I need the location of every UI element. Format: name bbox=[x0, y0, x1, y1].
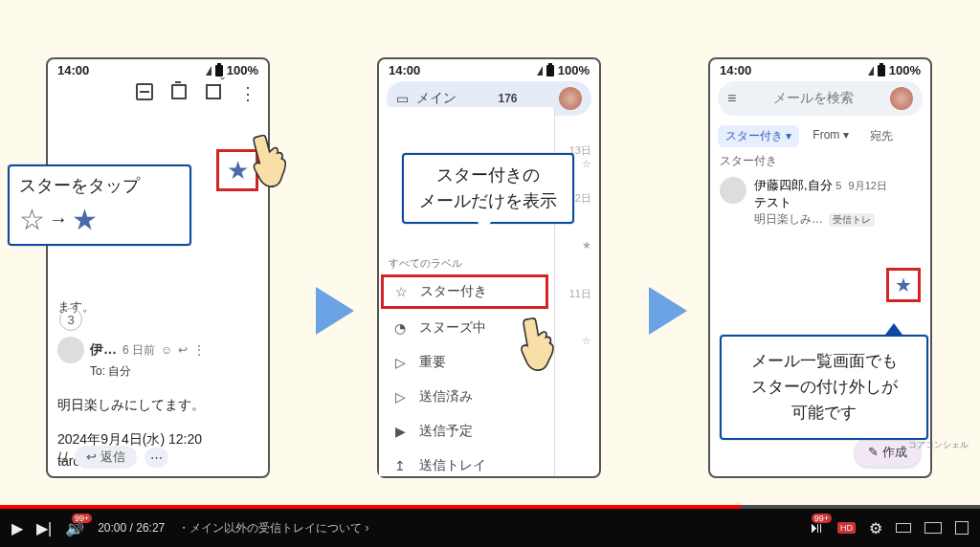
profile-avatar[interactable] bbox=[890, 87, 913, 110]
scheduled-icon: ▶ bbox=[392, 424, 408, 439]
drawer-item-outbox[interactable]: ↥送信トレイ bbox=[379, 449, 554, 483]
drawer-item-scheduled[interactable]: ▶送信予定 bbox=[379, 414, 554, 449]
search-bar[interactable]: ≡ メールを検索 bbox=[718, 81, 923, 116]
status-battery: 100% bbox=[227, 63, 258, 77]
search-placeholder: メールを検索 bbox=[773, 90, 854, 107]
important-icon: ▷ bbox=[392, 355, 408, 370]
hamburger-icon[interactable]: ≡ bbox=[727, 90, 736, 107]
attachment-icon[interactable]: 𝘜 bbox=[57, 449, 67, 466]
next-button[interactable]: ▶| bbox=[36, 519, 52, 537]
autoplay-toggle[interactable]: ⏯99+ bbox=[809, 519, 824, 536]
chapter-title[interactable]: ・メイン以外の受信トレイについて bbox=[178, 521, 362, 535]
item-date: 9月12日 bbox=[849, 180, 887, 191]
email-list-item[interactable]: 伊藤四郎,自分 5 9月12日 テスト 明日楽しみ…受信トレ bbox=[710, 173, 930, 231]
avatar bbox=[720, 177, 746, 204]
next-arrow-icon bbox=[649, 287, 687, 335]
star-outline-icon: ☆ bbox=[393, 284, 409, 299]
thread-count-badge: 3 bbox=[59, 308, 82, 331]
star-icon: ★ bbox=[227, 156, 249, 186]
fullscreen-icon[interactable] bbox=[955, 521, 969, 535]
sender-name: 伊… bbox=[90, 341, 117, 359]
to-field: To: 自分 bbox=[90, 363, 258, 380]
callout-starred-only: スター付きのメールだけを表示 bbox=[402, 153, 574, 224]
settings-icon[interactable]: ⚙ bbox=[869, 519, 882, 537]
phone-screenshot-1: 14:00 100% ★ ます。 3 伊… 6 日前 ☺ ↩ ⋮ To: 自分 bbox=[46, 57, 270, 478]
status-time: 14:00 bbox=[57, 63, 89, 77]
filter-chip-starred[interactable]: スター付き ▾ bbox=[718, 125, 799, 147]
phone-screenshot-2: 14:00 100% ▭メイン 176 13日☆ 12日 ★ 11日 ☆ すべて… bbox=[377, 57, 601, 478]
filter-chip-to[interactable]: 宛先 bbox=[862, 125, 901, 147]
callout-tap-star: スターをタップ ☆→★ bbox=[8, 164, 191, 246]
sent-icon: ▷ bbox=[392, 389, 408, 405]
inbox-icon: ▭ bbox=[396, 91, 409, 106]
volume-button[interactable]: 🔊99+ bbox=[65, 519, 84, 537]
email-body: 明日楽しみにしてます。 bbox=[57, 394, 258, 415]
callout-pointer bbox=[475, 218, 494, 231]
drawer-section-label: すべてのラベル bbox=[379, 252, 554, 273]
inbox-pill: 受信トレ bbox=[829, 213, 875, 227]
time-current: 20:00 bbox=[98, 521, 126, 535]
sender-name: 伊藤四郎,自分 bbox=[754, 178, 833, 192]
delete-icon[interactable] bbox=[170, 83, 188, 100]
inbox-count: 176 bbox=[498, 92, 517, 105]
item-preview: 明日楽しみ… bbox=[754, 211, 823, 228]
drawer-item-starred[interactable]: ☆スター付き bbox=[381, 274, 548, 309]
filter-chip-from[interactable]: From ▾ bbox=[805, 125, 856, 147]
avatar bbox=[57, 337, 84, 363]
brand-logo: コアコンシェル bbox=[908, 439, 969, 451]
clock-icon: ◔ bbox=[392, 320, 408, 336]
drawer-item-sent[interactable]: ▷送信済み bbox=[379, 380, 554, 414]
list-star-highlight[interactable]: ★ bbox=[886, 268, 921, 302]
star-icon: ★ bbox=[895, 274, 912, 296]
list-section-label: スター付き bbox=[710, 149, 930, 173]
mark-unread-icon[interactable] bbox=[205, 83, 222, 100]
miniplayer-icon[interactable] bbox=[896, 523, 911, 533]
quality-badge[interactable]: HD bbox=[837, 522, 856, 534]
reply-button[interactable]: ↩ 返信 bbox=[75, 446, 137, 469]
theater-icon[interactable] bbox=[924, 522, 942, 534]
item-subject: テスト bbox=[754, 194, 921, 211]
reply-all-button[interactable]: ⋯ bbox=[145, 448, 168, 468]
next-arrow-icon bbox=[316, 287, 354, 335]
more-icon[interactable] bbox=[239, 83, 256, 100]
time-ago: 6 日前 bbox=[122, 342, 155, 359]
callout-list-toggle: メール一覧画面でも スターの付け外しが 可能です bbox=[720, 335, 928, 440]
player-controls: ▶ ▶| 🔊99+ 20:00 / 26:27 ・メイン以外の受信トレイについて… bbox=[0, 509, 980, 547]
outbox-icon: ↥ bbox=[392, 458, 408, 473]
play-button[interactable]: ▶ bbox=[11, 519, 23, 537]
time-duration: 26:27 bbox=[136, 521, 165, 535]
archive-icon[interactable] bbox=[136, 83, 153, 100]
